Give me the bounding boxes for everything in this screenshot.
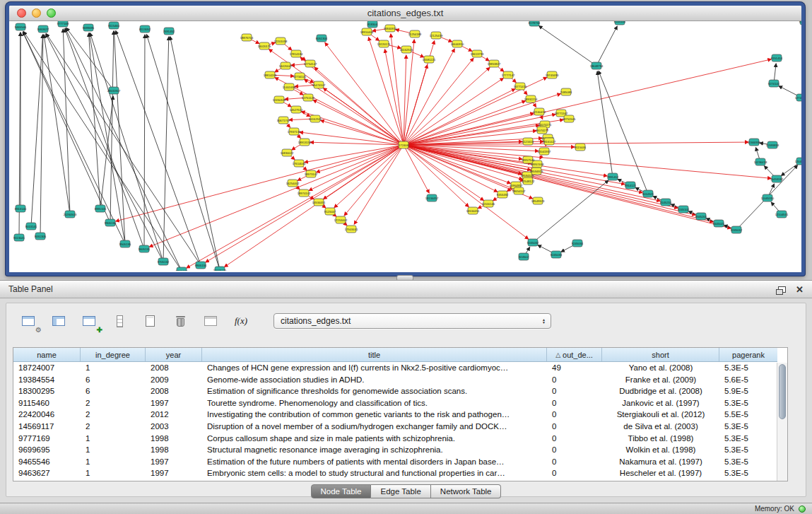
column-header-in_degree[interactable]: in_degree — [81, 348, 146, 361]
graph-node[interactable]: 11045310 — [761, 194, 775, 201]
table-row[interactable]: 1938455462009Genome-wide association stu… — [13, 374, 777, 386]
graph-node[interactable]: 15581221 — [423, 56, 436, 63]
graph-node[interactable]: 17253402 — [334, 216, 348, 223]
graph-node[interactable]: 10453182 — [770, 175, 784, 182]
graph-node[interactable]: 7485083 — [560, 88, 572, 95]
graph-node[interactable]: 16534451 — [466, 207, 480, 214]
graph-node[interactable]: 8143104 — [614, 21, 626, 25]
graph-node[interactable]: 9115460 — [108, 22, 120, 29]
graph-node[interactable]: 15474107 — [312, 81, 326, 88]
column-header-pagerank[interactable]: pagerank — [719, 348, 777, 361]
import-table-button[interactable] — [200, 312, 221, 330]
graph-node[interactable]: 9905130 — [105, 219, 117, 226]
graph-node[interactable]: 12045310 — [795, 158, 801, 165]
graph-node[interactable]: 18932214 — [524, 95, 538, 103]
graph-node[interactable]: 30671707 — [277, 117, 290, 124]
table-row[interactable]: 1456911722003Disruption of a novel membe… — [13, 421, 777, 433]
graph-node[interactable]: 18876704 — [240, 34, 254, 41]
graph-node[interactable]: 9274141 — [768, 80, 780, 87]
network-graph[interactable]: 1724061887670416020175122010581781418412… — [9, 21, 801, 271]
table-row[interactable]: 1830029562008Estimation of significance … — [13, 385, 777, 397]
graph-node[interactable]: 18910404 — [360, 28, 374, 35]
graph-node[interactable]: 9705132 — [158, 258, 170, 265]
graph-node[interactable]: 9014521 — [642, 190, 654, 197]
graph-node[interactable]: 8113052 — [139, 25, 151, 33]
graph-node[interactable]: 16162515 — [400, 46, 413, 53]
graph-node[interactable]: 9115446 — [575, 144, 587, 151]
graph-node[interactable]: 19613793 — [471, 50, 484, 57]
graph-node[interactable]: 18957540 — [522, 156, 535, 163]
graph-node[interactable]: 9905134 — [195, 262, 207, 269]
create-column-button[interactable]: ✚ — [78, 312, 100, 330]
graph-node[interactable]: 11254189 — [408, 30, 422, 37]
table-row[interactable]: 946554611997Estimation of the future num… — [13, 456, 777, 468]
graph-node[interactable]: 8991320 — [95, 205, 107, 212]
graph-node[interactable]: 8051304 — [316, 35, 328, 42]
graph-node[interactable]: 172406 — [399, 141, 409, 148]
graph-node[interactable]: 11566938 — [748, 139, 761, 146]
column-header-out_de[interactable]: △out_de... — [547, 348, 602, 361]
graph-node[interactable]: 18973107 — [305, 170, 318, 177]
graph-node[interactable]: 12125439 — [430, 32, 443, 39]
graph-node[interactable]: 12201058 — [274, 37, 288, 45]
graph-node[interactable]: 1121616 — [522, 138, 534, 145]
table-row[interactable]: 1872400712008Changes of HCN gene express… — [13, 362, 777, 374]
graph-node[interactable]: 11593818 — [766, 141, 779, 148]
graph-node[interactable]: 9445021 — [713, 220, 725, 227]
graph-node[interactable]: 18814205 — [264, 71, 277, 78]
graph-node[interactable]: 9151414 — [771, 54, 783, 62]
graph-node[interactable]: 18654107 — [512, 187, 526, 194]
column-header-year[interactable]: year — [146, 348, 202, 361]
graph-node[interactable]: 9465546 — [15, 23, 27, 30]
graph-node[interactable]: 9505135 — [119, 240, 131, 247]
graph-node[interactable]: 16840910 — [384, 25, 397, 32]
graph-node[interactable]: 11516146 — [482, 200, 495, 207]
graph-node[interactable]: 9051305 — [35, 233, 47, 240]
table-row[interactable]: 969969511998Structural magnetic resonanc… — [13, 444, 777, 456]
graph-node[interactable]: 16771415 — [514, 83, 527, 90]
table-row[interactable]: 2242004622012Investigating the contribut… — [13, 409, 777, 421]
graph-node[interactable]: 22041937 — [538, 148, 551, 155]
table-options-button[interactable]: ⚙ — [18, 312, 39, 330]
graph-node[interactable]: 14534451 — [312, 199, 326, 206]
graph-node[interactable]: 9245034 — [572, 240, 584, 247]
show-columns-button[interactable] — [48, 312, 69, 330]
tab-node-table[interactable]: Node Table — [311, 484, 372, 498]
graph-node[interactable]: 9453492 — [497, 191, 509, 198]
table-row[interactable]: 946362711997Embryonic stem cells: a mode… — [13, 467, 777, 479]
graph-node[interactable]: 7891412 — [607, 173, 619, 180]
graph-node[interactable]: 9245033 — [551, 251, 563, 258]
graph-node[interactable]: 9113041 — [13, 234, 25, 241]
graph-node[interactable]: 9245012 — [731, 226, 743, 233]
close-window-button[interactable] — [17, 8, 26, 18]
graph-node[interactable]: 16640910 — [451, 40, 464, 47]
graph-node[interactable]: 20260503 — [64, 211, 77, 218]
graph-node[interactable]: 19743493 — [546, 71, 559, 78]
graph-node[interactable]: 12741414 — [795, 94, 801, 101]
vertical-scrollbar[interactable] — [777, 363, 787, 481]
graph-node[interactable]: 19648794 — [590, 62, 604, 69]
graph-node[interactable]: 7691452 — [163, 28, 175, 35]
graph-node[interactable]: 17614040 — [293, 160, 306, 167]
graph-node[interactable]: 8914121 — [625, 182, 637, 189]
graph-node[interactable]: 17503441 — [345, 226, 358, 233]
graph-node[interactable]: 18913152 — [298, 139, 312, 146]
graph-node[interactable]: 16254402 — [286, 180, 300, 187]
graph-node[interactable]: 13220171 — [377, 40, 391, 47]
graph-node[interactable]: 9245032 — [527, 239, 539, 246]
scrollbar-thumb[interactable] — [779, 364, 786, 419]
delete-table-button[interactable] — [170, 312, 191, 330]
graph-node[interactable]: 16162511 — [309, 115, 322, 122]
graph-node[interactable]: 14527512 — [290, 106, 303, 113]
graph-node[interactable]: 9245102 — [678, 206, 690, 213]
graph-node[interactable]: 18594923 — [530, 168, 543, 175]
graph-node[interactable]: 12104531 — [775, 211, 789, 218]
graph-node[interactable]: 17937137 — [288, 128, 301, 135]
graph-node[interactable]: 19134457 — [425, 194, 439, 201]
graph-node[interactable]: 9605131 — [139, 245, 151, 252]
graph-node[interactable]: 18974102 — [298, 189, 311, 197]
row-operations-button[interactable] — [109, 312, 130, 330]
graph-node[interactable]: 16074277 — [536, 127, 549, 134]
table-row[interactable]: 977716911998Corpus callosum shape and si… — [13, 433, 777, 445]
graph-node[interactable]: 8178734 — [529, 21, 541, 26]
